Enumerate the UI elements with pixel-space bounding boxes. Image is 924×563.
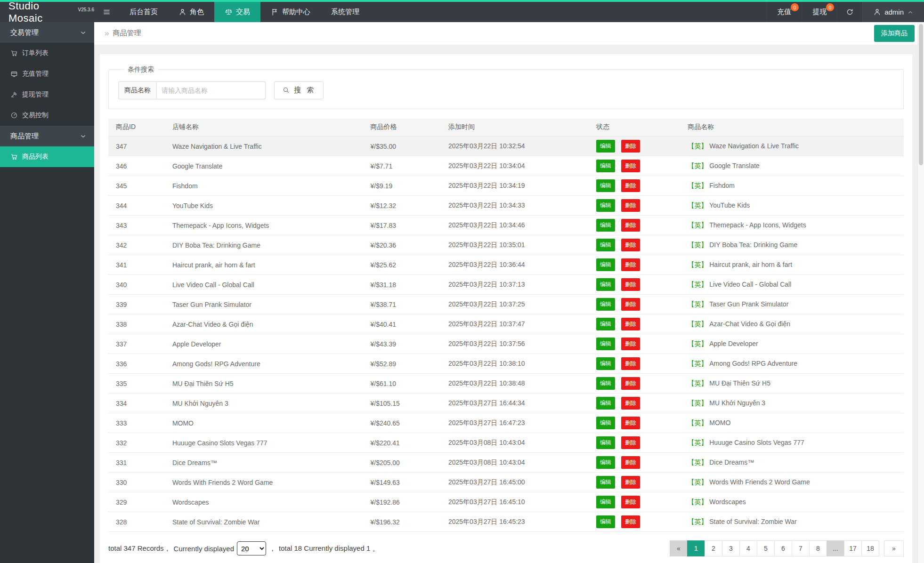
edit-button[interactable]: 编辑: [596, 160, 615, 172]
delete-button[interactable]: 删除: [621, 357, 640, 370]
page-button-7[interactable]: 7: [792, 540, 810, 556]
edit-button[interactable]: 编辑: [596, 417, 615, 429]
sidebar-item-withdraw-mgmt[interactable]: 提现管理: [0, 84, 94, 105]
delete-button[interactable]: 删除: [621, 377, 640, 390]
delete-button[interactable]: 删除: [621, 258, 640, 271]
page-button-4[interactable]: 4: [739, 540, 757, 556]
user-menu[interactable]: admin: [862, 2, 924, 22]
table-row[interactable]: 334 MU Khởi Nguyên 3 ¥/$105.15 2025年03月2…: [108, 394, 904, 413]
cell-status: 编辑 删除: [589, 413, 680, 433]
edit-button[interactable]: 编辑: [596, 397, 615, 410]
nav-item-role[interactable]: 角色: [168, 2, 214, 22]
edit-button[interactable]: 编辑: [596, 476, 615, 489]
delete-button[interactable]: 删除: [621, 436, 640, 449]
table-row[interactable]: 328 State of Survival: Zombie War ¥/$196…: [108, 512, 904, 532]
edit-button[interactable]: 编辑: [596, 436, 615, 449]
edit-button[interactable]: 编辑: [596, 199, 615, 212]
scrollbar-thumb[interactable]: [919, 24, 923, 165]
table-row[interactable]: 346 Google Translate ¥/$7.71 2025年03月22日…: [108, 156, 904, 176]
search-button[interactable]: 搜 索: [274, 81, 324, 99]
delete-button[interactable]: 删除: [621, 456, 640, 469]
edit-button[interactable]: 编辑: [596, 239, 615, 251]
page-button-«[interactable]: «: [670, 540, 688, 556]
sidebar-item-recharge-mgmt[interactable]: 充值管理: [0, 64, 94, 84]
nav-item-help[interactable]: 帮助中心: [260, 2, 321, 22]
table-row[interactable]: 336 Among Gods! RPG Adventure ¥/$52.89 2…: [108, 354, 904, 374]
delete-button[interactable]: 删除: [621, 278, 640, 291]
edit-button[interactable]: 编辑: [596, 278, 615, 291]
edit-button[interactable]: 编辑: [596, 318, 615, 330]
nav-item-trade[interactable]: 交易: [214, 2, 260, 22]
page-button-6[interactable]: 6: [774, 540, 792, 556]
table-row[interactable]: 341 Haircut prank, air horn & fart ¥/$25…: [108, 255, 904, 275]
refresh-button[interactable]: [837, 2, 862, 22]
col-header-added-time: 添加时间: [441, 119, 589, 137]
edit-button[interactable]: 编辑: [596, 456, 615, 469]
table-row[interactable]: 337 Apple Developer ¥/$43.39 2025年03月22日…: [108, 334, 904, 354]
delete-button[interactable]: 删除: [621, 338, 640, 350]
edit-button[interactable]: 编辑: [596, 258, 615, 271]
delete-button[interactable]: 删除: [621, 199, 640, 212]
edit-button[interactable]: 编辑: [596, 140, 615, 153]
page-button-18[interactable]: 18: [861, 540, 879, 556]
sidebar-item-trade-control[interactable]: 交易控制: [0, 105, 94, 126]
edit-button[interactable]: 编辑: [596, 298, 615, 311]
delete-button[interactable]: 删除: [621, 179, 640, 192]
recharge-button[interactable]: 充值 0: [766, 2, 802, 22]
table-row[interactable]: 330 Words With Friends 2 Word Game ¥/$14…: [108, 473, 904, 492]
table-row[interactable]: 343 Themepack - App Icons, Widgets ¥/$17…: [108, 216, 904, 235]
page-button-8[interactable]: 8: [809, 540, 827, 556]
delete-button[interactable]: 删除: [621, 417, 640, 429]
delete-button[interactable]: 删除: [621, 219, 640, 232]
page-button-»[interactable]: »: [884, 540, 904, 556]
page-button-2[interactable]: 2: [705, 540, 722, 556]
edit-button[interactable]: 编辑: [596, 515, 615, 528]
table-row[interactable]: 338 Azar-Chat Video & Gọi điện ¥/$40.41 …: [108, 314, 904, 334]
edit-button[interactable]: 编辑: [596, 377, 615, 390]
delete-button[interactable]: 删除: [621, 318, 640, 330]
delete-button[interactable]: 删除: [621, 397, 640, 410]
table-row[interactable]: 342 DIY Boba Tea: Drinking Game ¥/$20.36…: [108, 235, 904, 255]
edit-button[interactable]: 编辑: [596, 357, 615, 370]
sidebar-item-order-list[interactable]: 订单列表: [0, 43, 94, 64]
table-row[interactable]: 329 Wordscapes ¥/$192.86 2025年03月27日 16:…: [108, 492, 904, 512]
table-row[interactable]: 332 Huuuge Casino Slots Vegas 777 ¥/$220…: [108, 433, 904, 453]
delete-button[interactable]: 删除: [621, 496, 640, 508]
page-button-17[interactable]: 17: [844, 540, 862, 556]
delete-button[interactable]: 删除: [621, 515, 640, 528]
delete-button[interactable]: 删除: [621, 140, 640, 153]
page-button-3[interactable]: 3: [722, 540, 740, 556]
page-button-...[interactable]: ...: [827, 540, 844, 556]
delete-button[interactable]: 删除: [621, 239, 640, 251]
table-row[interactable]: 339 Taser Gun Prank Simulator ¥/$38.71 2…: [108, 295, 904, 314]
sidebar-group-product[interactable]: 商品管理: [0, 126, 94, 146]
edit-button[interactable]: 编辑: [596, 338, 615, 350]
table-row[interactable]: 335 MU Đại Thiên Sứ H5 ¥/$61.10 2025年03月…: [108, 374, 904, 394]
page-size-select[interactable]: 20: [237, 541, 266, 555]
nav-item-system[interactable]: 系统管理: [321, 2, 370, 22]
delete-button[interactable]: 删除: [621, 298, 640, 311]
table-row[interactable]: 331 Dice Dreams™ ¥/$205.00 2025年03月08日 1…: [108, 453, 904, 473]
sidebar-item-product-list[interactable]: 商品列表: [0, 146, 94, 167]
sidebar-group-trade[interactable]: 交易管理: [0, 22, 94, 43]
page-button-5[interactable]: 5: [757, 540, 775, 556]
add-product-button[interactable]: 添加商品: [874, 25, 915, 42]
edit-button[interactable]: 编辑: [596, 179, 615, 192]
table-row[interactable]: 345 Fishdom ¥/$9.19 2025年03月22日 10:34:19…: [108, 176, 904, 196]
table-row[interactable]: 344 YouTube Kids ¥/$12.32 2025年03月22日 10…: [108, 196, 904, 216]
product-name-input[interactable]: [156, 81, 266, 99]
vertical-scrollbar[interactable]: [917, 22, 924, 563]
withdraw-button[interactable]: 提现 0: [802, 2, 837, 22]
table-row[interactable]: 333 MOMO ¥/$240.65 2025年03月27日 16:47:23 …: [108, 413, 904, 433]
page-button-1[interactable]: 1: [687, 540, 705, 556]
edit-button[interactable]: 编辑: [596, 219, 615, 232]
cell-price: ¥/$61.10: [363, 374, 441, 394]
delete-button[interactable]: 删除: [621, 476, 640, 489]
edit-button[interactable]: 编辑: [596, 496, 615, 508]
table-row[interactable]: 340 Live Video Call - Global Call ¥/$31.…: [108, 275, 904, 295]
table-row[interactable]: 347 Waze Navigation & Live Traffic ¥/$35…: [108, 137, 904, 156]
sidebar-toggle-button[interactable]: [94, 2, 119, 22]
nav-item-home[interactable]: 后台首页: [119, 2, 168, 22]
cell-added-time: 2025年03月08日 10:43:04: [441, 433, 589, 453]
delete-button[interactable]: 删除: [621, 160, 640, 172]
